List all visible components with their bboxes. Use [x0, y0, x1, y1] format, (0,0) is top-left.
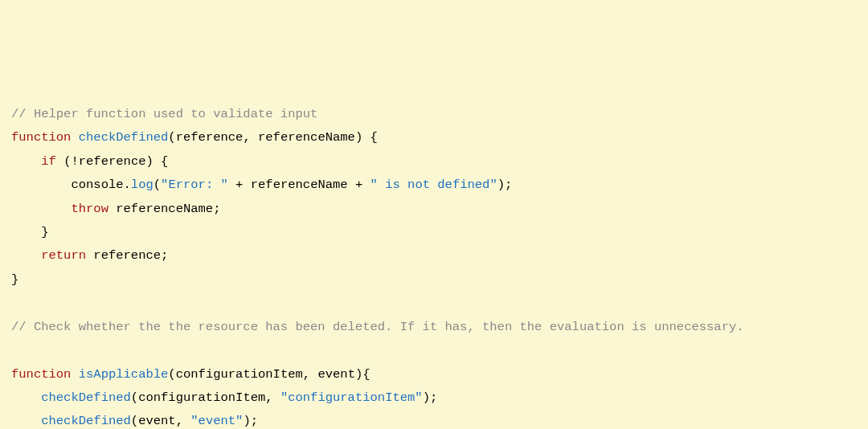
keyword-function: function: [11, 130, 71, 145]
func-checkDefined: checkDefined: [79, 130, 169, 145]
paren: ): [243, 414, 250, 428]
comma: ,: [265, 390, 280, 405]
keyword-throw: throw: [71, 202, 108, 216]
call-checkDefined: checkDefined: [41, 390, 131, 405]
id-referenceName: referenceName: [116, 202, 213, 216]
paren: (: [154, 178, 161, 192]
not: !: [71, 154, 78, 169]
semi: ;: [251, 414, 258, 428]
semi: ;: [213, 202, 220, 216]
string-not-defined: " is not defined": [371, 178, 497, 192]
brace: {: [371, 130, 378, 145]
string-configurationItem: "configurationItem": [280, 390, 423, 405]
comma: ,: [303, 367, 318, 382]
keyword-function: function: [11, 367, 71, 382]
param-referenceName: referenceName: [258, 130, 355, 145]
id-reference: reference: [79, 154, 146, 169]
paren: ): [355, 130, 362, 145]
string-event: "event": [190, 414, 243, 428]
comment-check: // Check whether the the resource has be…: [11, 320, 744, 334]
comma: ,: [243, 130, 258, 145]
keyword-if: if: [41, 154, 56, 169]
comma: ,: [176, 414, 191, 428]
id-reference: reference: [93, 248, 161, 263]
paren: (: [168, 130, 175, 145]
semi: ;: [430, 390, 437, 405]
id-referenceName: referenceName: [251, 178, 348, 192]
semi: ;: [505, 178, 512, 192]
id-event: event: [138, 414, 176, 428]
string-error-prefix: "Error: ": [161, 178, 228, 192]
dot: .: [124, 178, 131, 192]
paren: (: [131, 390, 138, 405]
call-checkDefined: checkDefined: [41, 414, 131, 428]
paren: ): [145, 154, 153, 169]
plus: +: [235, 178, 243, 192]
paren: ): [497, 178, 505, 192]
code-block: // Helper function used to validate inpu…: [11, 103, 857, 429]
paren: (: [168, 367, 175, 382]
param-event: event: [317, 367, 355, 382]
brace: }: [11, 272, 18, 287]
id-console: console: [71, 178, 123, 192]
keyword-return: return: [41, 248, 86, 263]
semi: ;: [161, 248, 168, 263]
param-reference: reference: [176, 130, 244, 145]
func-isApplicable: isApplicable: [79, 367, 169, 382]
id-configurationItem: configurationItem: [138, 390, 265, 405]
brace: {: [161, 154, 168, 169]
paren: ): [423, 390, 430, 405]
plus: +: [355, 178, 362, 192]
brace: {: [362, 367, 370, 382]
paren: ): [355, 367, 362, 382]
brace: }: [41, 225, 48, 239]
comment-header: // Helper function used to validate inpu…: [11, 107, 317, 121]
paren: (: [131, 414, 138, 428]
param-configurationItem: configurationItem: [176, 367, 303, 382]
method-log: log: [131, 178, 154, 192]
